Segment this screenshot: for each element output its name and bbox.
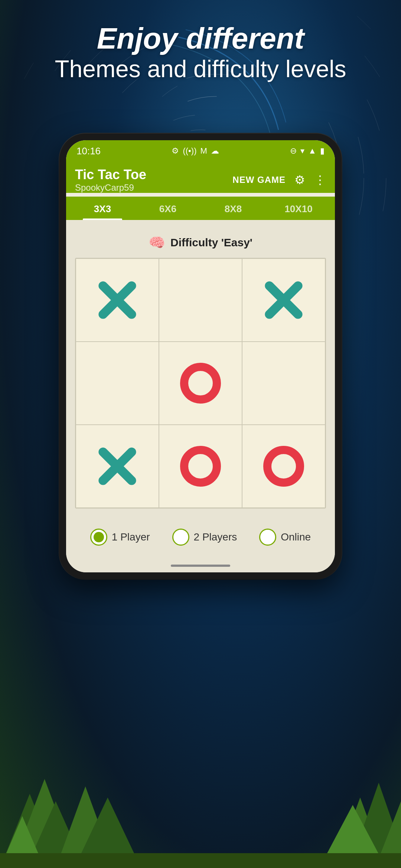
settings-button[interactable]: ⚙ xyxy=(294,173,305,187)
hero-subtitle: Themes and difficulty levels xyxy=(22,55,379,83)
cloud-status-icon: ☁ xyxy=(211,146,219,156)
cell-2-2[interactable] xyxy=(242,425,325,508)
online-label: Online xyxy=(281,531,311,543)
1-player-label: 1 Player xyxy=(112,531,150,543)
tab-6x6[interactable]: 6X6 xyxy=(135,197,200,220)
battery-icon: ▮ xyxy=(320,146,325,156)
mail-status-icon: M xyxy=(200,146,207,156)
more-options-button[interactable]: ⋮ xyxy=(314,173,326,187)
cell-1-2[interactable] xyxy=(242,342,325,425)
game-content: 🧠 Difficulty 'Easy' xyxy=(66,220,335,517)
svg-rect-20 xyxy=(0,853,401,868)
online-option[interactable]: Online xyxy=(259,529,311,546)
online-radio[interactable] xyxy=(259,529,276,546)
radio-status-icon: ((•)) xyxy=(183,146,196,156)
dnd-icon: ⊖ xyxy=(290,146,297,156)
status-bar: 10:16 ⚙ ((•)) M ☁ ⊖ ▾ ▲ ▮ xyxy=(66,140,335,162)
cell-2-0[interactable] xyxy=(76,425,159,508)
1-player-radio-fill xyxy=(94,532,104,542)
new-game-button[interactable]: NEW GAME xyxy=(232,175,286,185)
difficulty-icon: 🧠 xyxy=(149,235,165,250)
phone-frame: 10:16 ⚙ ((•)) M ☁ ⊖ ▾ ▲ ▮ Tic Tac Toe xyxy=(59,134,342,579)
tab-10x10[interactable]: 10X10 xyxy=(266,197,331,220)
app-username: SpookyCarp59 xyxy=(75,183,146,193)
wifi-icon: ▾ xyxy=(300,146,304,156)
app-actions: NEW GAME ⚙ ⋮ xyxy=(232,173,326,187)
player-mode-bar: 1 Player 2 Players Online xyxy=(66,517,335,559)
tab-8x8[interactable]: 8X8 xyxy=(200,197,266,220)
cell-1-0[interactable] xyxy=(76,342,159,425)
hero-section: Enjoy different Themes and difficulty le… xyxy=(0,22,401,83)
cell-0-1[interactable] xyxy=(159,259,242,342)
status-time: 10:16 xyxy=(76,145,101,157)
app-title-section: Tic Tac Toe SpookyCarp59 xyxy=(75,167,146,193)
tab-3x3[interactable]: 3X3 xyxy=(70,197,135,220)
2-players-radio[interactable] xyxy=(172,529,189,546)
cell-2-1[interactable] xyxy=(159,425,242,508)
x-mark-icon xyxy=(263,280,304,320)
app-title: Tic Tac Toe xyxy=(75,167,146,183)
2-players-option[interactable]: 2 Players xyxy=(172,529,237,546)
2-players-label: 2 Players xyxy=(194,531,237,543)
o-mark xyxy=(180,363,221,404)
1-player-option[interactable]: 1 Player xyxy=(90,529,150,546)
1-player-radio[interactable] xyxy=(90,529,107,546)
trees-decoration xyxy=(0,749,401,868)
signal-icon: ▲ xyxy=(308,146,316,156)
cell-1-1[interactable] xyxy=(159,342,242,425)
x-mark-icon xyxy=(97,446,138,487)
phone-mockup: 10:16 ⚙ ((•)) M ☁ ⊖ ▾ ▲ ▮ Tic Tac Toe xyxy=(59,134,342,579)
o-mark xyxy=(263,446,304,487)
phone-screen: 10:16 ⚙ ((•)) M ☁ ⊖ ▾ ▲ ▮ Tic Tac Toe xyxy=(66,140,335,572)
game-board xyxy=(75,258,326,509)
hero-title: Enjoy different xyxy=(22,22,379,55)
cell-0-0[interactable] xyxy=(76,259,159,342)
status-icons-left: ⚙ ((•)) M ☁ xyxy=(172,146,219,156)
cell-0-2[interactable] xyxy=(242,259,325,342)
difficulty-label: Difficulty 'Easy' xyxy=(170,236,252,249)
home-bar xyxy=(171,565,230,567)
x-mark-icon xyxy=(97,280,138,320)
grid-size-tabs: 3X3 6X6 8X8 10X10 xyxy=(66,197,335,220)
status-icons-right: ⊖ ▾ ▲ ▮ xyxy=(290,146,325,156)
difficulty-bar: 🧠 Difficulty 'Easy' xyxy=(66,229,335,258)
settings-status-icon: ⚙ xyxy=(172,146,179,156)
app-bar: Tic Tac Toe SpookyCarp59 NEW GAME ⚙ ⋮ xyxy=(66,162,335,193)
home-indicator xyxy=(66,559,335,572)
o-mark xyxy=(180,446,221,487)
